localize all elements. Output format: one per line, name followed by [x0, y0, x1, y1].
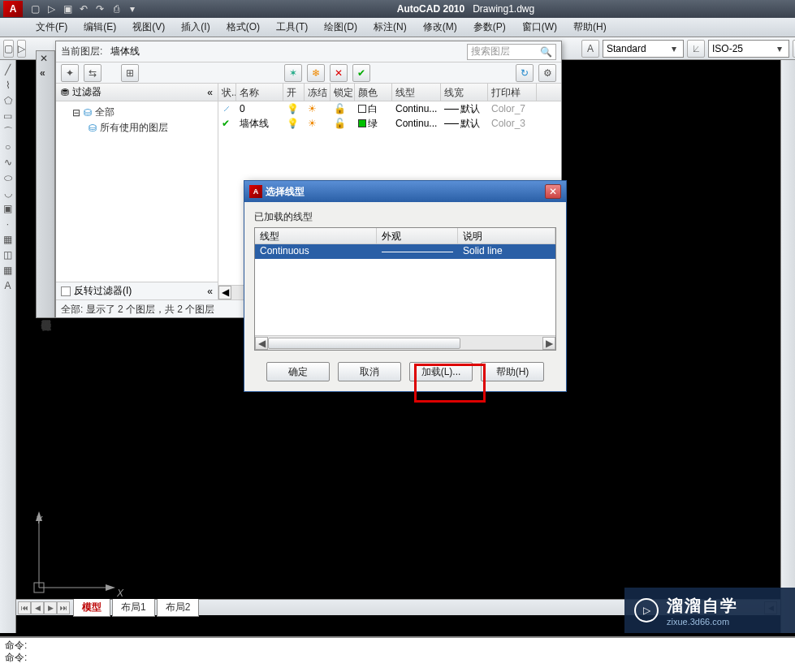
linetype-row[interactable]: Continuous Solid line [255, 244, 555, 259]
tab-layout2[interactable]: 布局2 [157, 599, 200, 617]
dialog-close-button[interactable]: ✕ [545, 184, 561, 199]
layer-search-input[interactable]: 搜索图层 🔍 [467, 44, 556, 60]
palette-close-icon[interactable]: ✕ [40, 53, 48, 64]
command-line[interactable]: 命令: 命令: [0, 636, 795, 672]
new-group-icon[interactable]: ⊞ [121, 64, 139, 82]
menu-insert[interactable]: 插入(I) [173, 18, 218, 37]
filter-icon: ⛃ [61, 87, 69, 98]
collapse-left2-icon[interactable]: « [207, 286, 213, 297]
cancel-button[interactable]: 取消 [338, 362, 401, 381]
layers-icon: ⛁ [84, 107, 92, 118]
new-layer2-icon[interactable]: ✶ [284, 64, 302, 82]
layer-row[interactable]: ✔ 墙体线 💡 ☀ 🔓 绿 Continu... 默认 Color_3 [218, 116, 561, 131]
menu-format[interactable]: 格式(O) [218, 18, 268, 37]
new-icon[interactable]: ▢ [28, 2, 42, 16]
ellipse-arc-icon[interactable]: ◡ [2, 187, 15, 200]
set-current-icon[interactable]: ✔ [352, 64, 370, 82]
qat-dropdown-icon[interactable]: ▾ [125, 2, 140, 16]
menu-param[interactable]: 参数(P) [465, 18, 514, 37]
dim-style-combo[interactable]: ISO-25▾ [708, 40, 789, 58]
undo-icon[interactable]: ↶ [76, 2, 91, 16]
rectangle-icon[interactable]: ▭ [2, 110, 15, 123]
open-icon[interactable]: ▷ [44, 2, 58, 16]
color-swatch[interactable] [358, 119, 366, 127]
help-button[interactable]: 帮助(H) [481, 362, 544, 381]
arc-icon[interactable]: ⌒ [2, 125, 15, 138]
collapse-left-icon[interactable]: « [207, 87, 213, 98]
dimstyle-icon[interactable]: ⟀ [687, 40, 705, 58]
ellipse-icon[interactable]: ⬭ [2, 171, 15, 184]
new-layer-icon[interactable]: ✦ [61, 64, 79, 82]
menu-modify[interactable]: 修改(M) [415, 18, 465, 37]
dialog-title: 选择线型 [266, 185, 542, 199]
hatch-icon[interactable]: ▦ [2, 233, 15, 246]
palette-collapse-icon[interactable]: « [40, 67, 45, 79]
watermark: ▷ 溜溜自学 zixue.3d66.com [624, 588, 795, 633]
layer-states-icon[interactable]: ⇆ [84, 64, 102, 82]
print-icon[interactable]: ⎙ [109, 2, 123, 16]
annotation-highlight [414, 364, 486, 403]
menu-dim[interactable]: 标注(N) [365, 18, 415, 37]
hscroll-left-icon[interactable]: ◀ [218, 286, 231, 299]
menu-window[interactable]: 窗口(W) [514, 18, 565, 37]
scroll-left-icon[interactable]: ◀ [255, 337, 268, 350]
scroll-thumb[interactable] [268, 338, 460, 349]
layer-state-icon: ⟋ [222, 103, 231, 114]
tab-next-icon[interactable]: ▶ [44, 601, 57, 614]
linetype-list[interactable]: 线型 外观 说明 Continuous Solid line ◀ ▶ [254, 227, 556, 351]
tab-first-icon[interactable]: ⏮ [18, 601, 31, 614]
menu-draw[interactable]: 绘图(D) [316, 18, 365, 37]
polygon-icon[interactable]: ⬠ [2, 94, 15, 107]
region-icon[interactable]: ◫ [2, 248, 15, 261]
save-icon[interactable]: ▣ [60, 2, 75, 16]
sun-icon[interactable]: ☀ [308, 103, 317, 114]
linetype-list-header: 线型 外观 说明 [255, 228, 555, 244]
text-icon[interactable]: A [2, 279, 15, 292]
circle-icon[interactable]: ○ [2, 140, 15, 153]
tab-prev-icon[interactable]: ◀ [31, 601, 44, 614]
bulb-on-icon[interactable]: 💡 [287, 118, 299, 129]
scroll-right-icon[interactable]: ▶ [542, 337, 555, 350]
line-icon[interactable]: ╱ [2, 63, 15, 76]
tab-last-icon[interactable]: ⏭ [57, 601, 70, 614]
list-scrollbar[interactable]: ◀ ▶ [255, 335, 555, 350]
open-file-icon[interactable]: ▷ [17, 40, 26, 58]
ok-button[interactable]: 确定 [266, 362, 330, 381]
menu-file[interactable]: 文件(F) [28, 18, 76, 37]
polyline-icon[interactable]: ⌇ [2, 79, 15, 92]
settings-icon[interactable]: ⚙ [538, 64, 556, 82]
menu-tools[interactable]: 工具(T) [268, 18, 316, 37]
svg-marker-3 [106, 584, 115, 591]
bulb-on-icon[interactable]: 💡 [287, 103, 299, 114]
filter-tree[interactable]: ⊟⛁全部 ⛁所有使用的图层 [56, 101, 218, 282]
refresh-icon[interactable]: ↻ [516, 64, 534, 82]
freeze-layer-icon[interactable]: ❄ [307, 64, 325, 82]
svg-marker-1 [36, 511, 42, 521]
layer-toolbar: ✦ ⇆ ⊞ ✶ ❄ ✕ ✔ ↻ ⚙ [56, 62, 561, 84]
menu-help[interactable]: 帮助(H) [565, 18, 615, 37]
menu-edit[interactable]: 编辑(E) [76, 18, 124, 37]
table-icon[interactable]: ▦ [2, 264, 15, 277]
palette-title-strip[interactable]: ✕ « 图层特性管理器 [36, 50, 55, 318]
menu-view[interactable]: 视图(V) [124, 18, 173, 37]
invert-checkbox[interactable] [61, 286, 71, 296]
point-icon[interactable]: · [2, 218, 15, 230]
tab-model[interactable]: 模型 [73, 599, 110, 617]
spline-icon[interactable]: ∿ [2, 156, 15, 169]
sun-icon[interactable]: ☀ [308, 118, 317, 129]
layer-row[interactable]: ⟋ 0 💡 ☀ 🔓 白 Continu... 默认 Color_7 [218, 101, 561, 116]
dialog-titlebar[interactable]: A 选择线型 ✕ [244, 181, 566, 202]
block-icon[interactable]: ▣ [2, 202, 15, 215]
lock-open-icon[interactable]: 🔓 [334, 103, 346, 114]
redo-icon[interactable]: ↷ [93, 2, 107, 16]
app-icon: A [249, 185, 262, 198]
textstyle-icon[interactable]: A [581, 40, 599, 58]
lock-open-icon[interactable]: 🔓 [334, 118, 346, 129]
color-swatch[interactable] [358, 105, 366, 113]
play-icon: ▷ [634, 598, 659, 622]
delete-layer-icon[interactable]: ✕ [330, 64, 348, 82]
tab-layout1[interactable]: 布局1 [112, 599, 155, 617]
text-style-combo[interactable]: Standard▾ [603, 40, 684, 58]
new-file-icon[interactable]: ▢ [3, 40, 14, 58]
app-logo[interactable]: A [3, 1, 23, 17]
